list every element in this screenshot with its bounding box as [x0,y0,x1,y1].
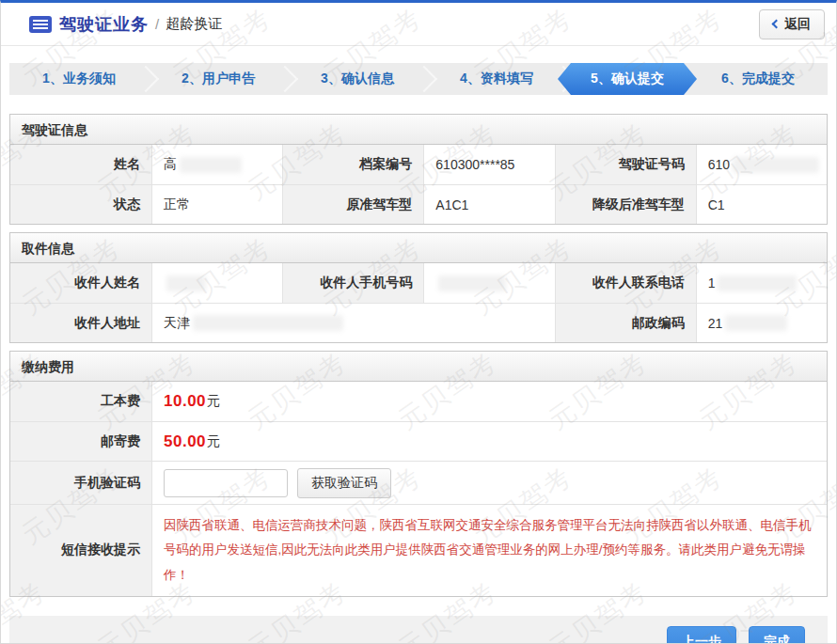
step-3-confirm-info: 3、确认信息 [288,63,427,95]
postage-fee-label: 邮寄费 [10,422,151,461]
license-info-section: 驾驶证信息 姓名 高 档案编号 610300****85 驾驶证号码 610 状… [9,114,828,225]
sms-notice-label: 短信接收提示 [10,505,151,596]
payment-title: 缴纳费用 [10,352,827,382]
redaction-blob [438,275,506,291]
chevron-left-icon [772,20,782,29]
postage-fee-amount: 50.00 [164,432,206,451]
header: 驾驶证业务 / 超龄换证 返回 [1,3,836,46]
step-wizard: 1、业务须知 2、用户申告 3、确认信息 4、资料填写 5、确认提交 6、完成提… [9,63,828,95]
footer-action-bar: 上一步 完成 [9,616,828,644]
name-label: 姓名 [10,145,151,184]
redaction-blob [718,275,797,291]
original-class-label: 原准驾车型 [282,185,423,224]
verification-code-input[interactable] [164,469,288,497]
table-row: 收件人姓名 收件人手机号码 收件人联系电话 1 [10,263,827,303]
previous-step-button[interactable]: 上一步 [667,626,736,644]
sms-notice-row: 短信接收提示 因陕西省联通、电信运营商技术问题，陕西省互联网交通安全综合服务管理… [10,504,827,596]
license-number-label: 驾驶证号码 [555,145,696,184]
postage-fee-row: 邮寄费 50.00 元 [10,421,827,461]
back-button[interactable]: 返回 [759,9,825,39]
file-number-value: 610300****85 [423,145,554,184]
postal-code-label: 邮政编码 [555,304,696,342]
production-fee-value: 10.00 元 [151,382,827,421]
payment-section: 缴纳费用 工本费 10.00 元 邮寄费 50.00 元 手机验证码 获取验证码… [9,351,828,597]
breadcrumb-separator: / [155,16,159,32]
license-business-icon [29,16,52,33]
recipient-name-label: 收件人姓名 [10,263,151,303]
step-2-user-declaration: 2、用户申告 [149,63,288,95]
step-1-business-notice: 1、业务须知 [9,63,149,95]
redaction-blob [725,315,787,331]
recipient-mobile-value [423,263,554,303]
production-fee-row: 工本费 10.00 元 [10,382,827,421]
sms-notice-text: 因陕西省联通、电信运营商技术问题，陕西省互联网交通安全综合服务管理平台无法向持陕… [152,505,827,596]
license-info-title: 驾驶证信息 [10,115,827,145]
pickup-info-title: 取件信息 [10,233,827,263]
status-value: 正常 [151,185,282,224]
production-fee-amount: 10.00 [164,392,206,411]
table-row: 收件人地址 天津 邮政编码 21 [10,303,827,342]
page: 驾驶证业务 / 超龄换证 返回 1、业务须知 2、用户申告 3、确认信息 4、资… [0,0,837,644]
redaction-blob [166,275,206,291]
table-row: 姓名 高 档案编号 610300****85 驾驶证号码 610 [10,145,827,184]
postal-code-value: 21 [696,304,827,342]
production-fee-unit: 元 [207,393,220,410]
recipient-phone-value: 1 [696,263,827,303]
recipient-address-label: 收件人地址 [10,304,151,342]
file-number-label: 档案编号 [282,145,423,184]
breadcrumb-current: 超龄换证 [166,15,222,33]
redaction-blob [180,157,242,173]
page-title: 驾驶证业务 [59,13,149,36]
back-button-label: 返回 [784,16,811,33]
redaction-blob [733,157,819,173]
verification-code-cell: 获取验证码 [151,462,827,504]
finish-button[interactable]: 完成 [749,626,805,644]
get-verification-code-button[interactable]: 获取验证码 [297,468,391,498]
recipient-address-value: 天津 [151,304,555,342]
step-6-finish-submit: 6、完成提交 [688,63,828,95]
production-fee-label: 工本费 [10,382,151,421]
recipient-phone-label: 收件人联系电话 [555,263,696,303]
status-label: 状态 [10,185,151,224]
step-5-confirm-submit: 5、确认提交 [558,63,697,95]
table-row: 状态 正常 原准驾车型 A1C1 降级后准驾车型 C1 [10,184,827,224]
verification-code-row: 手机验证码 获取验证码 [10,461,827,504]
downgraded-class-label: 降级后准驾车型 [555,185,696,224]
recipient-mobile-label: 收件人手机号码 [282,263,423,303]
original-class-value: A1C1 [423,185,554,224]
sms-notice-cell: 因陕西省联通、电信运营商技术问题，陕西省互联网交通安全综合服务管理平台无法向持陕… [151,505,827,596]
license-number-value: 610 [696,145,827,184]
redaction-blob [193,315,343,331]
pickup-info-section: 取件信息 收件人姓名 收件人手机号码 收件人联系电话 1 收件人地址 天津 邮政… [9,232,828,343]
step-4-fill-materials: 4、资料填写 [427,63,566,95]
name-value: 高 [151,145,282,184]
verification-code-label: 手机验证码 [10,462,151,504]
postage-fee-unit: 元 [207,433,220,450]
postage-fee-value: 50.00 元 [151,422,827,461]
recipient-name-value [151,263,282,303]
downgraded-class-value: C1 [696,185,827,224]
